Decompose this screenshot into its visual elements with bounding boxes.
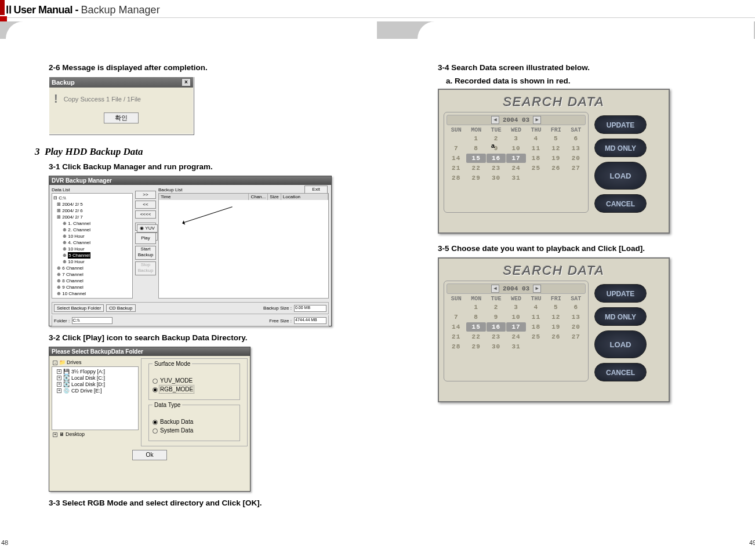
folder-value[interactable]: C:\\ xyxy=(72,317,112,324)
calendar-grid[interactable]: SUNMONTUEWEDTHUFRISAT1234567891011121314… xyxy=(447,296,586,351)
calendar-widget[interactable]: ◀ 2004 03 ▶ SUNMONTUEWEDTHUFRISAT1234567… xyxy=(444,112,589,213)
section-3-title: Play HDD Backup Data xyxy=(45,146,143,157)
transfer-buttons: >> << <<<< ◉ YUV ○ RGB Play Start Backup… xyxy=(135,187,156,299)
dialog-titlebar: Backup × xyxy=(49,77,193,88)
cancel-button[interactable]: CANCEL xyxy=(594,194,647,213)
dvr-title: DVR Backup Manager xyxy=(49,176,331,185)
play-button[interactable]: Play xyxy=(135,232,156,244)
folder-dialog-title: Please Select BackupData Folder xyxy=(49,347,250,356)
next-month-icon[interactable]: ▶ xyxy=(533,116,541,124)
update-button[interactable]: UPDATE xyxy=(594,115,647,134)
header-marker xyxy=(0,0,5,15)
backup-list-label: Backup List xyxy=(158,187,329,193)
year-month: 2004 03 xyxy=(503,117,529,123)
page-header: ⅠⅠ User Manual - Backup Manager xyxy=(0,0,755,18)
step-3-2: 3-2 Click [Play] icon to search Backup D… xyxy=(49,333,360,342)
back-button[interactable]: << xyxy=(135,201,156,209)
system-data-radio[interactable] xyxy=(153,428,158,434)
cd-backup-button[interactable]: CD Backup xyxy=(106,304,135,312)
page-number-left: 48 xyxy=(1,539,8,558)
year-month: 2004 03 xyxy=(503,285,529,292)
dvr-backup-manager: DVR Backup Manager Exit Data List ⊟ C:\\… xyxy=(49,176,332,326)
exit-button[interactable]: Exit xyxy=(304,186,328,194)
start-backup-button[interactable]: Start Backup xyxy=(135,246,156,260)
calendar-widget-2[interactable]: ◀ 2004 03 ▶ SUNMONTUEWEDTHUFRISAT1234567… xyxy=(444,281,589,381)
data-list-label: Data List xyxy=(52,187,133,193)
desktop-item[interactable]: Desktop xyxy=(66,431,85,437)
data-tree[interactable]: ⊟ C:\\⊞ 2004/ 2/ 5⊞ 2004/ 2/ 6⊞ 2004/ 2/… xyxy=(52,194,132,299)
backup-dialog: Backup × ! Copy Success 1 File / 1File 확… xyxy=(49,77,194,134)
md-only-button[interactable]: MD ONLY xyxy=(594,139,647,157)
backup-progress-panel: Select Backup Folder CD Backup Backup Si… xyxy=(52,302,329,314)
search-data-panel-2: SEARCH DATA ◀ 2004 03 ▶ SUNMONTUEWEDTHUF… xyxy=(438,257,670,402)
drives-tree[interactable]: +💾 3½ Floppy [A:] +💽 Local Disk [C:] +💽 … xyxy=(52,366,139,430)
step-3-3: 3-3 Select RGB Mode and select directory… xyxy=(49,499,360,507)
backup-list-headers: Time Chan... Size Location xyxy=(159,194,328,200)
close-icon[interactable]: × xyxy=(182,78,191,86)
prev-month-icon[interactable]: ◀ xyxy=(491,116,499,124)
backup-size-value: 0.00 MB xyxy=(294,305,326,312)
back-all-button[interactable]: <<<< xyxy=(135,210,156,219)
surface-mode-group: Surface Mode YUV_MODE RGB_MODE xyxy=(148,363,240,400)
folder-label: Folder : xyxy=(54,318,70,323)
cancel-button[interactable]: CANCEL xyxy=(594,363,647,381)
header-title-bold: User Manual - xyxy=(14,4,81,16)
md-only-button[interactable]: MD ONLY xyxy=(594,307,647,326)
search-buttons-2: UPDATE MD ONLY LOAD CANCEL xyxy=(594,284,647,381)
search-data-title-2: SEARCH DATA xyxy=(444,263,664,278)
data-list[interactable]: ⊟ C:\\⊞ 2004/ 2/ 5⊞ 2004/ 2/ 6⊞ 2004/ 2/… xyxy=(52,193,133,299)
data-type-group: Data Type Backup Data System Data xyxy=(148,405,240,441)
rgb-mode-radio[interactable] xyxy=(153,387,158,392)
left-column: 2-6 Message is displayed after completio… xyxy=(0,18,378,551)
page-number-right: 49 xyxy=(749,539,755,558)
calendar-grid[interactable]: SUNMONTUEWEDTHUFRISAT123456789a101112131… xyxy=(447,127,586,183)
backup-size-label: Backup Size : xyxy=(263,306,292,311)
backup-data-radio[interactable] xyxy=(153,420,158,425)
ok-button[interactable]: Ok xyxy=(132,450,167,460)
yuv-mode-radio[interactable] xyxy=(153,379,158,384)
page-body: 2-6 Message is displayed after completio… xyxy=(0,18,755,551)
dialog-message: Copy Success 1 File / 1File xyxy=(64,96,141,103)
step-3-1: 3-1 Click Backup Manager and run program… xyxy=(49,162,360,171)
prev-month-icon[interactable]: ◀ xyxy=(491,285,499,293)
free-size-value: 4744.44 MB xyxy=(294,317,326,324)
load-button[interactable]: LOAD xyxy=(594,330,647,358)
yuv-radio[interactable]: ◉ YUV xyxy=(137,224,158,232)
forward-button[interactable]: >> xyxy=(135,191,156,199)
dialog-body: ! Copy Success 1 File / 1File xyxy=(49,88,193,110)
step-2-6: 2-6 Message is displayed after completio… xyxy=(49,63,360,72)
folder-panel: Folder : C:\\ Free Size : 4744.44 MB xyxy=(52,315,329,326)
select-folder-button[interactable]: Select Backup Folder xyxy=(54,304,104,312)
section-3-head: 3 Play HDD Backup Data xyxy=(35,146,360,158)
free-size-label: Free Size : xyxy=(269,318,292,323)
step-3-4: 3-4 Search Data screen illustrated below… xyxy=(438,63,738,72)
drives-label: Drives xyxy=(67,359,82,365)
alert-icon: ! xyxy=(54,92,58,106)
header-title-suffix: Backup Manager xyxy=(81,4,160,16)
step-3-4a: a. Recorded data is shown in red. xyxy=(446,77,738,85)
next-month-icon[interactable]: ▶ xyxy=(533,285,541,293)
search-data-title: SEARCH DATA xyxy=(444,94,664,110)
dialog-title: Backup xyxy=(52,79,75,86)
update-button[interactable]: UPDATE xyxy=(594,284,647,303)
stop-backup-button: Stop Backup xyxy=(135,261,156,275)
search-data-panel-1: SEARCH DATA ◀ 2004 03 ▶ SUNMONTUEWEDTHUF… xyxy=(438,89,670,234)
backup-list[interactable]: Time Chan... Size Location xyxy=(158,193,329,299)
yuv-rgb-group: ◉ YUV ○ RGB xyxy=(135,223,156,231)
step-3-5: 3-5 Choose date you want to playback and… xyxy=(438,244,738,253)
ok-button[interactable]: 확인 xyxy=(104,112,139,123)
load-button[interactable]: LOAD xyxy=(594,162,647,190)
backup-folder-dialog: Please Select BackupData Folder - 📁 Driv… xyxy=(49,347,251,492)
section-3-num: 3 xyxy=(35,146,40,157)
header-roman: ⅠⅠ xyxy=(6,4,11,16)
search-buttons: UPDATE MD ONLY LOAD CANCEL xyxy=(594,115,647,213)
right-column: 3-4 Search Data screen illustrated below… xyxy=(378,18,755,551)
